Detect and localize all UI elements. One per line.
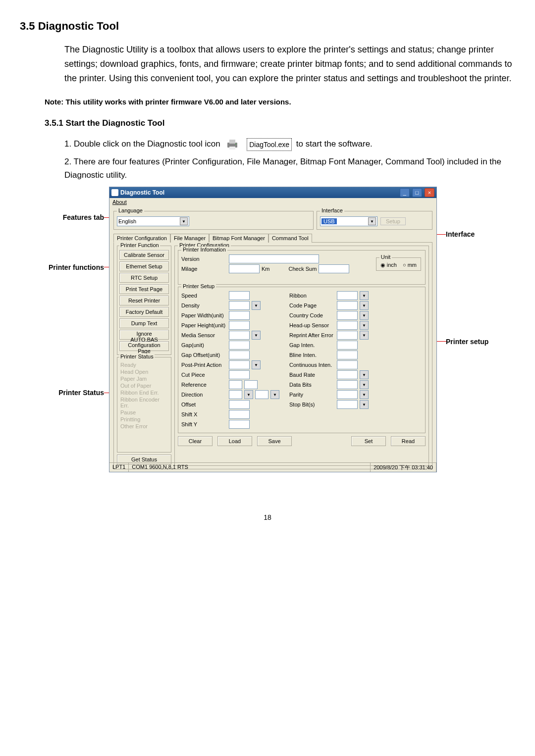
btn-load[interactable]: Load bbox=[217, 436, 252, 446]
btn-calibrate-sensor[interactable]: Calibrate Sensor bbox=[119, 250, 169, 260]
setup-field[interactable] bbox=[229, 400, 250, 409]
setup-row-left: Reference bbox=[181, 380, 279, 389]
tab-file-manager[interactable]: File Manager bbox=[170, 234, 209, 243]
chevron-down-icon[interactable]: ▼ bbox=[360, 311, 369, 320]
setup-label: Shift X bbox=[181, 411, 227, 417]
setup-field[interactable] bbox=[337, 311, 358, 320]
setup-button[interactable]: Setup bbox=[380, 217, 406, 225]
chevron-down-icon[interactable]: ▼ bbox=[360, 301, 369, 310]
setup-label: Speed bbox=[181, 293, 227, 299]
chevron-down-icon[interactable]: ▼ bbox=[360, 291, 369, 300]
setup-field[interactable] bbox=[337, 351, 358, 359]
setup-field[interactable] bbox=[229, 380, 242, 389]
setup-label: Parity bbox=[289, 392, 335, 398]
printer-information-group: Printer Infomation Version Milage Km Che bbox=[178, 250, 426, 285]
setup-row-left: Paper Height(unit) bbox=[181, 321, 279, 330]
setup-label: Continuous Inten. bbox=[289, 362, 335, 368]
setup-row-left: Shift Y bbox=[181, 420, 279, 429]
setup-field[interactable] bbox=[229, 321, 250, 330]
field-milage[interactable] bbox=[229, 264, 260, 273]
tab-printer-configuration[interactable]: Printer Configuration bbox=[113, 234, 170, 243]
setup-row-right: Head-up Sensor▼ bbox=[289, 321, 369, 330]
setup-field[interactable] bbox=[229, 331, 250, 340]
setup-field[interactable] bbox=[229, 301, 250, 310]
setup-field[interactable] bbox=[337, 370, 358, 379]
chevron-down-icon[interactable]: ▼ bbox=[360, 370, 369, 379]
btn-factory-default[interactable]: Factory Default bbox=[119, 307, 169, 317]
setup-field[interactable] bbox=[337, 331, 358, 340]
setup-field[interactable] bbox=[337, 360, 358, 369]
btn-dump-text[interactable]: Dump Text bbox=[119, 318, 169, 328]
field-version[interactable] bbox=[229, 254, 319, 263]
window-titlebar[interactable]: Diagnostic Tool _ □ × bbox=[109, 187, 436, 198]
status-ready: Ready bbox=[119, 361, 169, 368]
setup-field[interactable] bbox=[229, 360, 250, 369]
language-group: Language English ▼ bbox=[113, 211, 314, 230]
btn-set[interactable]: Set bbox=[351, 436, 386, 446]
setup-label: Paper Width(unit) bbox=[181, 312, 227, 318]
setup-field[interactable] bbox=[255, 390, 268, 399]
menu-about[interactable]: About bbox=[112, 199, 127, 205]
chevron-down-icon[interactable]: ▼ bbox=[252, 360, 261, 369]
chevron-down-icon[interactable]: ▼ bbox=[360, 321, 369, 330]
setup-field[interactable] bbox=[337, 301, 358, 310]
btn-ignore-autobas[interactable]: Ignore AUTO.BAS bbox=[119, 330, 169, 340]
chevron-down-icon[interactable]: ▼ bbox=[270, 390, 279, 399]
btn-clear[interactable]: Clear bbox=[178, 436, 213, 446]
setup-field[interactable] bbox=[229, 370, 250, 379]
setup-field[interactable] bbox=[244, 380, 258, 389]
btn-reset-printer[interactable]: Reset Printer bbox=[119, 296, 169, 305]
printer-status-group: Printer Status Ready Head Open Paper Jam… bbox=[117, 357, 171, 453]
btn-rtc-setup[interactable]: RTC Setup bbox=[119, 273, 169, 283]
setup-row-left: Paper Width(unit) bbox=[181, 311, 279, 320]
chevron-down-icon: ▼ bbox=[180, 217, 188, 225]
radio-inch[interactable]: inch bbox=[380, 262, 397, 268]
btn-configuration-page[interactable]: Configuration Page bbox=[119, 341, 169, 351]
setup-field[interactable] bbox=[337, 380, 358, 389]
chevron-down-icon[interactable]: ▼ bbox=[360, 390, 369, 399]
btn-print-test-page[interactable]: Print Test Page bbox=[119, 284, 169, 294]
field-checksum[interactable] bbox=[319, 264, 349, 273]
svg-point-3 bbox=[235, 144, 236, 145]
close-button[interactable]: × bbox=[425, 188, 434, 197]
label-printer-functions: Printer functions bbox=[49, 263, 104, 271]
screenshot-diagram: Features tab Printer functions Printer S… bbox=[20, 187, 515, 484]
setup-field[interactable] bbox=[337, 400, 358, 409]
chevron-down-icon[interactable]: ▼ bbox=[360, 331, 369, 340]
maximize-button[interactable]: □ bbox=[412, 188, 422, 197]
chevron-down-icon[interactable]: ▼ bbox=[360, 400, 369, 409]
setup-field[interactable] bbox=[229, 390, 242, 399]
setup-field[interactable] bbox=[229, 341, 250, 350]
setup-row-left: Shift X bbox=[181, 410, 279, 419]
setup-field[interactable] bbox=[229, 351, 250, 359]
setup-row-left: Gap Offset(unit) bbox=[181, 351, 279, 359]
setup-row-right: Ribbon▼ bbox=[289, 291, 369, 300]
radio-mm[interactable]: mm bbox=[403, 262, 417, 268]
setup-label: Paper Height(unit) bbox=[181, 322, 227, 328]
chevron-down-icon[interactable]: ▼ bbox=[252, 331, 261, 340]
btn-ethernet-setup[interactable]: Ethernet Setup bbox=[119, 261, 169, 271]
printer-function-group: Printer Function Calibrate Sensor Ethern… bbox=[117, 246, 171, 355]
btn-read[interactable]: Read bbox=[391, 436, 426, 446]
setup-row-left: Cut Piece bbox=[181, 370, 279, 379]
setup-field[interactable] bbox=[229, 420, 250, 429]
setup-field[interactable] bbox=[229, 410, 250, 419]
setup-row-right: Country Code▼ bbox=[289, 311, 369, 320]
setup-field[interactable] bbox=[337, 291, 358, 300]
chevron-down-icon[interactable]: ▼ bbox=[360, 380, 369, 389]
chevron-down-icon[interactable]: ▼ bbox=[252, 301, 261, 310]
tab-bitmap-font-manager[interactable]: Bitmap Font Manager bbox=[209, 234, 268, 243]
interface-dropdown[interactable]: USB ▼ bbox=[320, 216, 377, 226]
printer-configuration-group: Printer Configuration Printer Infomation… bbox=[174, 246, 429, 466]
tab-command-tool[interactable]: Command Tool bbox=[268, 234, 312, 243]
setup-field[interactable] bbox=[229, 291, 250, 300]
setup-field[interactable] bbox=[337, 341, 358, 350]
btn-save[interactable]: Save bbox=[257, 436, 292, 446]
setup-field[interactable] bbox=[337, 390, 358, 399]
chevron-down-icon[interactable]: ▼ bbox=[244, 390, 253, 399]
setup-field[interactable] bbox=[229, 311, 250, 320]
language-dropdown[interactable]: English ▼ bbox=[117, 216, 189, 226]
setup-field[interactable] bbox=[337, 321, 358, 330]
note-text: Note: This utility works with printer fi… bbox=[45, 98, 515, 106]
minimize-button[interactable]: _ bbox=[400, 188, 410, 197]
